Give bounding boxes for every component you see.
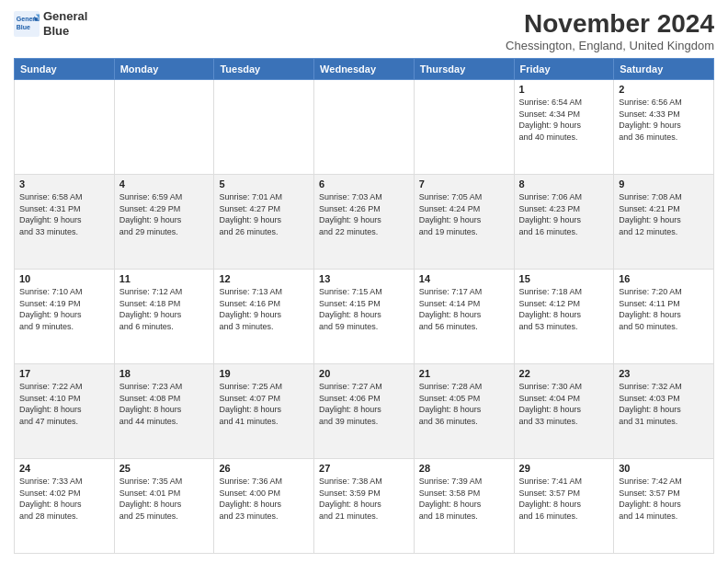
day-number: 28 (419, 463, 509, 474)
calendar-cell: 23Sunrise: 7:32 AM Sunset: 4:03 PM Dayli… (614, 364, 714, 459)
calendar-cell: 13Sunrise: 7:15 AM Sunset: 4:15 PM Dayli… (314, 270, 415, 364)
day-info: Sunrise: 7:10 AM Sunset: 4:19 PM Dayligh… (19, 286, 109, 332)
header: General Blue General Blue November 2024 … (14, 9, 714, 52)
day-info: Sunrise: 7:17 AM Sunset: 4:14 PM Dayligh… (419, 286, 509, 332)
week-row-1: 1Sunrise: 6:54 AM Sunset: 4:34 PM Daylig… (15, 80, 714, 175)
calendar-cell: 29Sunrise: 7:41 AM Sunset: 3:57 PM Dayli… (514, 459, 614, 554)
header-row: SundayMondayTuesdayWednesdayThursdayFrid… (15, 59, 714, 80)
calendar-table: SundayMondayTuesdayWednesdayThursdayFrid… (14, 58, 714, 554)
day-info: Sunrise: 7:39 AM Sunset: 3:58 PM Dayligh… (419, 476, 509, 522)
calendar-cell: 9Sunrise: 7:08 AM Sunset: 4:21 PM Daylig… (614, 175, 714, 270)
title-block: November 2024 Chessington, England, Unit… (506, 9, 714, 52)
calendar-cell: 8Sunrise: 7:06 AM Sunset: 4:23 PM Daylig… (514, 175, 614, 270)
calendar-cell (414, 80, 514, 175)
subtitle: Chessington, England, United Kingdom (506, 39, 714, 52)
day-header-wednesday: Wednesday (314, 59, 415, 80)
day-number: 5 (219, 178, 309, 190)
calendar-cell: 21Sunrise: 7:28 AM Sunset: 4:05 PM Dayli… (414, 364, 514, 459)
day-number: 8 (519, 178, 609, 190)
day-info: Sunrise: 6:56 AM Sunset: 4:33 PM Dayligh… (619, 97, 709, 143)
day-number: 17 (19, 368, 109, 379)
day-header-sunday: Sunday (15, 59, 115, 80)
day-header-friday: Friday (514, 59, 614, 80)
logo-text: General Blue (43, 9, 87, 38)
day-number: 19 (219, 368, 309, 379)
calendar-cell: 5Sunrise: 7:01 AM Sunset: 4:27 PM Daylig… (214, 175, 314, 270)
day-info: Sunrise: 7:22 AM Sunset: 4:10 PM Dayligh… (19, 381, 109, 427)
calendar-cell: 28Sunrise: 7:39 AM Sunset: 3:58 PM Dayli… (414, 459, 514, 554)
calendar-cell: 15Sunrise: 7:18 AM Sunset: 4:12 PM Dayli… (514, 270, 614, 364)
day-info: Sunrise: 7:01 AM Sunset: 4:27 PM Dayligh… (219, 191, 309, 237)
calendar-cell (15, 80, 115, 175)
day-info: Sunrise: 7:13 AM Sunset: 4:16 PM Dayligh… (219, 286, 309, 332)
day-info: Sunrise: 7:38 AM Sunset: 3:59 PM Dayligh… (319, 476, 409, 522)
day-header-monday: Monday (114, 59, 214, 80)
day-number: 9 (619, 178, 709, 190)
day-info: Sunrise: 7:36 AM Sunset: 4:00 PM Dayligh… (219, 476, 309, 522)
week-row-5: 24Sunrise: 7:33 AM Sunset: 4:02 PM Dayli… (15, 459, 714, 554)
calendar-cell (214, 80, 314, 175)
day-info: Sunrise: 7:12 AM Sunset: 4:18 PM Dayligh… (119, 286, 210, 332)
day-info: Sunrise: 7:35 AM Sunset: 4:01 PM Dayligh… (119, 476, 210, 522)
day-info: Sunrise: 7:08 AM Sunset: 4:21 PM Dayligh… (619, 191, 709, 237)
day-number: 29 (519, 463, 609, 474)
calendar-cell: 17Sunrise: 7:22 AM Sunset: 4:10 PM Dayli… (15, 364, 115, 459)
day-number: 23 (619, 368, 709, 379)
day-number: 30 (619, 463, 709, 474)
day-header-saturday: Saturday (614, 59, 714, 80)
logo-line2: Blue (43, 24, 87, 39)
calendar-cell: 20Sunrise: 7:27 AM Sunset: 4:06 PM Dayli… (314, 364, 415, 459)
day-number: 25 (119, 463, 210, 474)
calendar-cell: 22Sunrise: 7:30 AM Sunset: 4:04 PM Dayli… (514, 364, 614, 459)
day-number: 1 (519, 84, 609, 95)
day-number: 26 (219, 463, 309, 474)
day-number: 2 (619, 84, 709, 95)
day-number: 3 (19, 178, 109, 190)
calendar-cell: 4Sunrise: 6:59 AM Sunset: 4:29 PM Daylig… (114, 175, 214, 270)
calendar-cell: 12Sunrise: 7:13 AM Sunset: 4:16 PM Dayli… (214, 270, 314, 364)
day-info: Sunrise: 6:58 AM Sunset: 4:31 PM Dayligh… (19, 191, 109, 237)
calendar-cell: 1Sunrise: 6:54 AM Sunset: 4:34 PM Daylig… (514, 80, 614, 175)
calendar-cell (314, 80, 415, 175)
main-title: November 2024 (506, 9, 714, 39)
day-info: Sunrise: 6:54 AM Sunset: 4:34 PM Dayligh… (519, 97, 609, 143)
day-number: 12 (219, 273, 309, 284)
day-number: 21 (419, 368, 509, 379)
day-info: Sunrise: 7:23 AM Sunset: 4:08 PM Dayligh… (119, 381, 210, 427)
logo: General Blue General Blue (14, 9, 87, 38)
calendar-cell: 16Sunrise: 7:20 AM Sunset: 4:11 PM Dayli… (614, 270, 714, 364)
calendar-cell: 24Sunrise: 7:33 AM Sunset: 4:02 PM Dayli… (15, 459, 115, 554)
day-info: Sunrise: 7:27 AM Sunset: 4:06 PM Dayligh… (319, 381, 409, 427)
day-number: 16 (619, 273, 709, 284)
day-number: 6 (319, 178, 409, 190)
week-row-2: 3Sunrise: 6:58 AM Sunset: 4:31 PM Daylig… (15, 175, 714, 270)
day-number: 22 (519, 368, 609, 379)
calendar-cell: 10Sunrise: 7:10 AM Sunset: 4:19 PM Dayli… (15, 270, 115, 364)
logo-line1: General (43, 9, 87, 24)
day-number: 15 (519, 273, 609, 284)
calendar-cell: 3Sunrise: 6:58 AM Sunset: 4:31 PM Daylig… (15, 175, 115, 270)
calendar-cell: 6Sunrise: 7:03 AM Sunset: 4:26 PM Daylig… (314, 175, 415, 270)
day-info: Sunrise: 7:18 AM Sunset: 4:12 PM Dayligh… (519, 286, 609, 332)
day-number: 13 (319, 273, 409, 284)
day-info: Sunrise: 7:33 AM Sunset: 4:02 PM Dayligh… (19, 476, 109, 522)
week-row-4: 17Sunrise: 7:22 AM Sunset: 4:10 PM Dayli… (15, 364, 714, 459)
day-info: Sunrise: 6:59 AM Sunset: 4:29 PM Dayligh… (119, 191, 210, 237)
page: General Blue General Blue November 2024 … (0, 0, 728, 563)
calendar-cell: 19Sunrise: 7:25 AM Sunset: 4:07 PM Dayli… (214, 364, 314, 459)
day-number: 14 (419, 273, 509, 284)
day-number: 27 (319, 463, 409, 474)
calendar-cell: 18Sunrise: 7:23 AM Sunset: 4:08 PM Dayli… (114, 364, 214, 459)
day-number: 24 (19, 463, 109, 474)
day-info: Sunrise: 7:28 AM Sunset: 4:05 PM Dayligh… (419, 381, 509, 427)
calendar-cell: 27Sunrise: 7:38 AM Sunset: 3:59 PM Dayli… (314, 459, 415, 554)
day-number: 10 (19, 273, 109, 284)
calendar-cell: 2Sunrise: 6:56 AM Sunset: 4:33 PM Daylig… (614, 80, 714, 175)
day-number: 20 (319, 368, 409, 379)
calendar-cell: 14Sunrise: 7:17 AM Sunset: 4:14 PM Dayli… (414, 270, 514, 364)
svg-text:Blue: Blue (17, 23, 30, 29)
day-info: Sunrise: 7:41 AM Sunset: 3:57 PM Dayligh… (519, 476, 609, 522)
day-number: 18 (119, 368, 210, 379)
day-info: Sunrise: 7:30 AM Sunset: 4:04 PM Dayligh… (519, 381, 609, 427)
calendar-cell (114, 80, 214, 175)
